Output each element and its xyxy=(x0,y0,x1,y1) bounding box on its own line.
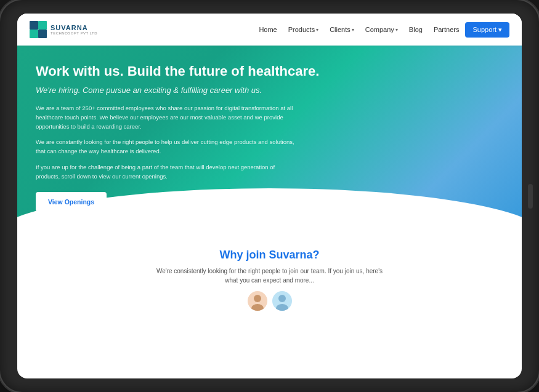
logo-text: SUVARNA TECHNOSOFT PVT LTD xyxy=(51,25,97,35)
logo-icon xyxy=(30,21,47,38)
why-section: Why join Suvarna? We're consistently loo… xyxy=(17,236,522,323)
logo-sub: TECHNOSOFT PVT LTD xyxy=(51,31,97,35)
logo-name: SUVARNA xyxy=(51,25,97,31)
avatar xyxy=(248,291,267,311)
nav-company[interactable]: Company ▾ xyxy=(360,23,403,36)
avatar xyxy=(272,291,292,311)
nav-partners[interactable]: Partners xyxy=(429,23,464,36)
logo: SUVARNA TECHNOSOFT PVT LTD xyxy=(30,21,97,38)
hero-para-3: If you are up for the challenge of being… xyxy=(36,162,294,181)
hero-para-1: We are a team of 250+ committed employee… xyxy=(36,103,294,132)
svg-point-7 xyxy=(276,304,288,311)
svg-rect-0 xyxy=(30,21,38,30)
why-subtitle: We're consistently looking for the right… xyxy=(153,266,387,285)
why-title: Why join Suvarna? xyxy=(36,249,503,262)
tablet-power-button[interactable] xyxy=(528,184,533,209)
nav-links: Home Products ▾ Clients ▾ Company ▾ Blog… xyxy=(254,22,509,38)
person-icon xyxy=(251,294,264,311)
avatar-row xyxy=(36,291,503,311)
support-button[interactable]: Support ▾ xyxy=(465,22,509,38)
nav-home[interactable]: Home xyxy=(254,23,282,36)
svg-point-5 xyxy=(251,304,264,311)
navbar: SUVARNA TECHNOSOFT PVT LTD Home Products… xyxy=(17,14,522,46)
chevron-down-icon: ▾ xyxy=(498,26,502,34)
chevron-down-icon: ▾ xyxy=(352,27,354,33)
hero-title: Work with us. Build the future of health… xyxy=(36,63,356,81)
svg-rect-1 xyxy=(38,21,47,30)
chevron-down-icon: ▾ xyxy=(395,27,398,33)
svg-rect-2 xyxy=(30,30,38,38)
nav-clients[interactable]: Clients ▾ xyxy=(325,23,359,36)
svg-rect-3 xyxy=(38,30,47,38)
hero-section: Work with us. Build the future of health… xyxy=(17,46,522,236)
person-icon xyxy=(275,294,289,311)
hero-para-2: We are constantly looking for the right … xyxy=(36,137,294,156)
view-openings-button[interactable]: View Openings xyxy=(36,192,107,212)
tablet-frame: SUVARNA TECHNOSOFT PVT LTD Home Products… xyxy=(0,0,539,392)
nav-blog[interactable]: Blog xyxy=(404,23,428,36)
svg-point-4 xyxy=(254,295,261,302)
chevron-down-icon: ▾ xyxy=(316,27,318,33)
svg-point-6 xyxy=(278,295,286,302)
nav-products[interactable]: Products ▾ xyxy=(283,23,323,36)
hero-subtitle: We're hiring. Come pursue an exciting & … xyxy=(36,86,331,95)
screen: SUVARNA TECHNOSOFT PVT LTD Home Products… xyxy=(17,14,522,378)
